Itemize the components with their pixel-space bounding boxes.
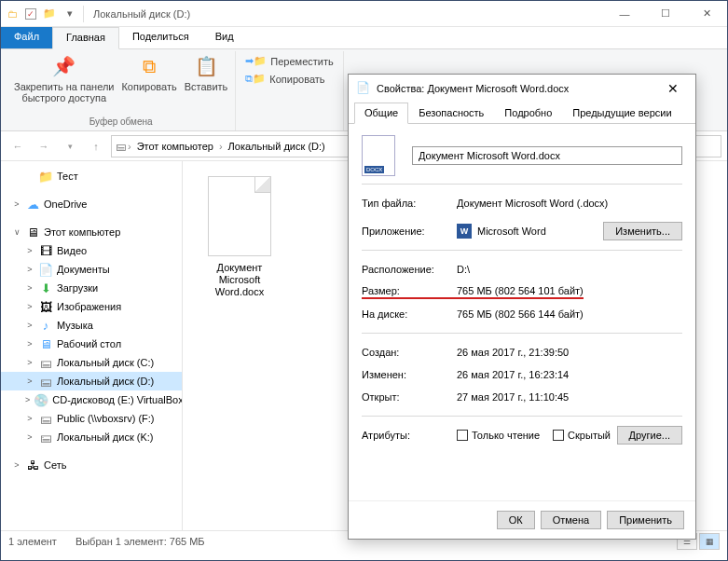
minimize-button[interactable]: — — [604, 1, 645, 27]
pin-label: Закрепить на панели быстрого доступа — [14, 81, 114, 103]
expand-icon[interactable]: > — [25, 265, 34, 274]
filename-input[interactable] — [412, 146, 682, 165]
dialog-body: Тип файла:Документ Microsoft Word (.docx… — [349, 124, 695, 500]
expand-icon[interactable]: > — [25, 376, 34, 386]
paste-icon: 📋 — [193, 53, 219, 79]
bc-pc[interactable]: Этот компьютер — [133, 141, 217, 152]
paste-label: Вставить — [185, 81, 228, 92]
tab-general[interactable]: Общие — [354, 103, 408, 124]
hidden-checkbox[interactable]: Скрытый — [553, 430, 611, 441]
file-item[interactable]: Документ Microsoft Word.docx — [198, 176, 282, 299]
created-val: 26 мая 2017 г., 21:39:50 — [457, 347, 569, 358]
move-icon: ➡📁 — [245, 55, 267, 67]
expand-icon[interactable]: > — [25, 302, 34, 311]
expand-icon[interactable]: > — [25, 358, 34, 367]
move-to-button[interactable]: ➡📁Переместить — [243, 53, 335, 69]
expand-icon[interactable]: > — [25, 246, 34, 255]
file-thumbnail — [208, 176, 271, 256]
tree-item[interactable]: >🖴Public (\\vboxsrv) (F:) — [1, 409, 182, 428]
other-attributes-button[interactable]: Другие... — [617, 426, 682, 445]
ok-button[interactable]: ОК — [497, 511, 535, 529]
readonly-checkbox[interactable]: Только чтение — [457, 430, 540, 441]
forward-button[interactable]: → — [33, 135, 55, 157]
word-icon: W — [457, 224, 472, 239]
cancel-button[interactable]: Отмена — [541, 511, 601, 529]
ribbon-tabs: Файл Главная Поделиться Вид — [1, 27, 727, 49]
tree-item[interactable]: >⬇Загрузки — [1, 279, 182, 297]
tree-item[interactable]: >🎞Видео — [1, 241, 182, 260]
tree-item[interactable]: ∨🖥Этот компьютер — [1, 223, 182, 241]
qat-folder-icon[interactable]: 📁 — [42, 7, 57, 21]
tree-item-icon: 🖴 — [38, 374, 53, 389]
tree-item[interactable]: >🖥Рабочий стол — [1, 335, 182, 353]
paste-button[interactable]: 📋 Вставить — [185, 53, 228, 103]
up-button[interactable]: ↑ — [85, 135, 107, 157]
qat-checkbox-icon[interactable]: ✓ — [25, 8, 36, 20]
recent-dropdown[interactable]: ▾ — [59, 135, 81, 157]
dialog-title-text: Свойства: Документ Microsoft Word.docx — [377, 83, 569, 94]
tree-item-label: Видео — [57, 245, 87, 256]
modified-val: 26 мая 2017 г., 16:23:14 — [457, 369, 569, 380]
expand-icon[interactable]: > — [25, 395, 30, 404]
tree-item-icon: 🎞 — [38, 243, 53, 258]
location-val: D:\ — [457, 264, 470, 275]
tree-item[interactable]: >🖴Локальный диск (K:) — [1, 428, 182, 446]
tree-item-label: Рабочий стол — [57, 338, 121, 349]
tab-file[interactable]: Файл — [1, 27, 52, 48]
copy-icon: ⧉ — [136, 53, 162, 79]
tab-share[interactable]: Поделиться — [119, 27, 202, 48]
bc-drive[interactable]: Локальный диск (D:) — [225, 141, 329, 152]
tab-previous-versions[interactable]: Предыдущие версии — [562, 103, 681, 123]
tree-item-label: Тест — [57, 171, 78, 182]
nav-tree[interactable]: 📁Тест>☁OneDrive∨🖥Этот компьютер>🎞Видео>📄… — [1, 161, 183, 530]
tree-item[interactable]: >☁OneDrive — [1, 195, 182, 213]
copy-button[interactable]: ⧉ Копировать — [121, 53, 176, 103]
document-icon — [362, 135, 395, 176]
pin-button[interactable]: 📌 Закрепить на панели быстрого доступа — [14, 53, 114, 103]
dialog-tabs: Общие Безопасность Подробно Предыдущие в… — [349, 103, 695, 124]
tree-item[interactable]: 📁Тест — [1, 167, 182, 185]
tab-details[interactable]: Подробно — [494, 103, 562, 123]
dialog-footer: ОК Отмена Применить — [349, 500, 695, 539]
copyto-icon: ⧉📁 — [245, 73, 266, 85]
tree-item[interactable]: >♪Музыка — [1, 316, 182, 335]
expand-icon[interactable]: > — [25, 414, 34, 423]
dialog-close-button[interactable]: ✕ — [658, 77, 688, 100]
tree-item-icon: 🖥 — [25, 225, 40, 239]
expand-icon[interactable]: > — [12, 460, 21, 470]
modified-key: Изменен: — [362, 369, 457, 380]
back-button[interactable]: ← — [7, 135, 29, 157]
tree-item[interactable]: >🖴Локальный диск (C:) — [1, 353, 182, 372]
maximize-button[interactable]: ☐ — [645, 1, 686, 27]
tab-security[interactable]: Безопасность — [408, 103, 494, 123]
expand-icon[interactable]: > — [25, 432, 34, 442]
apply-button[interactable]: Применить — [607, 511, 684, 529]
tree-item-icon: 🖥 — [38, 336, 53, 351]
expand-icon[interactable]: > — [25, 339, 34, 349]
expand-icon[interactable]: ∨ — [12, 227, 21, 237]
disk-val: 765 МБ (802 566 144 байт) — [457, 308, 584, 320]
expand-icon[interactable]: > — [25, 321, 34, 330]
properties-dialog: 📄 Свойства: Документ Microsoft Word.docx… — [348, 74, 696, 540]
expand-icon[interactable]: > — [12, 199, 21, 209]
qat-dropdown-icon[interactable]: ▾ — [62, 7, 77, 21]
dialog-titlebar[interactable]: 📄 Свойства: Документ Microsoft Word.docx… — [349, 75, 695, 103]
change-app-button[interactable]: Изменить... — [603, 222, 682, 240]
close-button[interactable]: ✕ — [686, 1, 727, 27]
tree-item[interactable]: >🖴Локальный диск (D:) — [1, 372, 182, 390]
tab-home[interactable]: Главная — [52, 27, 119, 49]
view-icons-button[interactable]: ▦ — [699, 533, 720, 550]
tab-view[interactable]: Вид — [202, 27, 247, 48]
expand-icon[interactable]: > — [25, 283, 34, 293]
titlebar: 🗀 ✓ 📁 ▾ Локальный диск (D:) — ☐ ✕ — [1, 1, 727, 27]
tree-item-label: Локальный диск (D:) — [57, 376, 154, 387]
tree-item-icon: ☁ — [25, 197, 40, 212]
tree-item[interactable]: >🖼Изображения — [1, 297, 182, 316]
tree-item-label: Этот компьютер — [44, 226, 120, 238]
tree-item[interactable]: >🖧Сеть — [1, 456, 182, 474]
tree-item-label: Сеть — [44, 459, 66, 471]
copy-to-button[interactable]: ⧉📁Копировать — [243, 71, 335, 87]
tree-item[interactable]: >💿CD-дисковод (E:) VirtualBox G — [1, 390, 182, 409]
attributes-key: Атрибуты: — [362, 430, 457, 441]
tree-item[interactable]: >📄Документы — [1, 260, 182, 279]
